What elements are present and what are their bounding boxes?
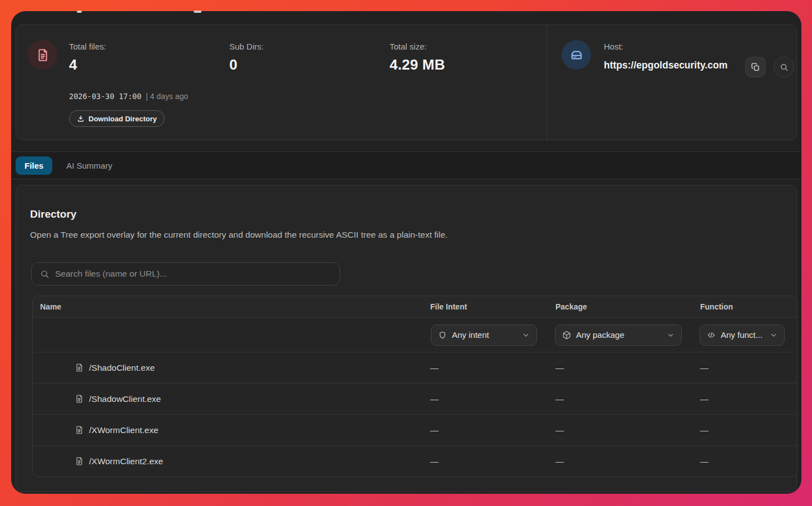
file-search [31, 262, 340, 286]
file-intent-value: — [423, 425, 548, 435]
package-value: — [548, 425, 693, 435]
host-badge [562, 40, 591, 70]
chevron-down-icon [522, 331, 530, 339]
column-header-file-intent: File Intent [423, 302, 548, 311]
file-stats-badge [28, 40, 57, 70]
filter-package-dropdown[interactable]: Any package [555, 325, 682, 346]
filter-function-label: Any funct... [721, 330, 762, 340]
stat-total-size-label: Total size: [390, 42, 445, 51]
file-table: Name File Intent Package Function Any in [32, 296, 798, 477]
tab-files[interactable]: Files [16, 156, 52, 175]
package-value: — [548, 394, 693, 404]
table-row[interactable]: /ShadowClient.exe — — — [33, 383, 797, 414]
table-row[interactable]: /XWormClient.exe — — — [33, 414, 797, 445]
column-header-package: Package [548, 302, 693, 311]
filter-intent-dropdown[interactable]: Any intent [431, 325, 537, 346]
chevron-down-icon [770, 331, 777, 339]
shield-icon [438, 331, 447, 340]
download-directory-button[interactable]: Download Directory [69, 110, 165, 127]
download-directory-label: Download Directory [88, 115, 157, 123]
search-icon [40, 269, 50, 279]
host-section: Host: https://epgoldsecurity.com [547, 25, 797, 140]
table-filter-row: Any intent Any pa [33, 317, 797, 352]
host-lookup-button[interactable] [774, 57, 794, 77]
download-icon [77, 115, 85, 122]
column-header-name: Name [33, 302, 423, 311]
directory-description: Open a Tree export overlay for the curre… [30, 230, 447, 240]
filter-intent-label: Any intent [452, 330, 489, 340]
filter-package-label: Any package [576, 330, 624, 340]
file-intent-value: — [423, 456, 548, 466]
file-icon [75, 394, 84, 404]
copy-host-button[interactable] [745, 57, 766, 77]
column-header-function: Function [693, 302, 797, 311]
document-icon [36, 48, 50, 62]
scan-date-row: 2026-03-30 17:00 | 4 days ago [69, 92, 188, 101]
filter-function-dropdown[interactable]: Any funct... [700, 325, 785, 346]
file-name: /XWormClient2.exe [89, 456, 163, 466]
file-intent-value: — [423, 394, 548, 404]
file-intent-value: — [423, 363, 548, 372]
file-icon [75, 456, 84, 466]
search-icon [780, 63, 789, 72]
chevron-down-icon [667, 331, 675, 339]
function-value: — [693, 456, 797, 466]
package-icon [562, 331, 571, 340]
cropped-title-fragment [194, 11, 201, 13]
stat-total-files-label: Total files: [69, 42, 106, 51]
host-label: Host: [604, 42, 623, 51]
package-value: — [548, 363, 693, 372]
stat-total-size: Total size: 4.29 MB [390, 42, 445, 73]
host-url: https://epgoldsecurity.com [604, 60, 727, 71]
file-search-input[interactable] [55, 269, 331, 279]
file-name: /ShadoClient.exe [89, 363, 155, 373]
directory-title: Directory [30, 208, 76, 220]
stat-sub-dirs-label: Sub Dirs: [229, 42, 264, 51]
stat-total-size-value: 4.29 MB [390, 56, 445, 73]
scan-timestamp: 2026-03-30 17:00 [69, 92, 141, 101]
table-row[interactable]: /ShadoClient.exe — — — [33, 352, 797, 383]
file-icon [75, 363, 84, 372]
table-header-row: Name File Intent Package Function [33, 296, 797, 317]
cropped-title-fragment [77, 11, 82, 13]
copy-icon [751, 62, 760, 72]
app-panel: Total files: 4 Sub Dirs: 0 Total size: 4… [11, 11, 801, 494]
file-icon [75, 425, 84, 435]
scan-age: | 4 days ago [146, 92, 188, 101]
file-name: /XWormClient.exe [89, 425, 159, 435]
stat-total-files-value: 4 [69, 56, 106, 73]
function-value: — [693, 425, 797, 435]
function-value: — [693, 394, 797, 404]
tab-bar: Files AI Summary [11, 151, 801, 179]
stat-sub-dirs-value: 0 [229, 56, 264, 73]
code-icon [707, 331, 716, 340]
table-row[interactable]: /XWormClient2.exe — — — [33, 445, 797, 476]
stat-sub-dirs: Sub Dirs: 0 [229, 42, 264, 73]
hard-drive-icon [569, 47, 584, 63]
package-value: — [548, 456, 693, 466]
function-value: — [693, 363, 797, 372]
stat-total-files: Total files: 4 [69, 42, 106, 73]
tab-ai-summary[interactable]: AI Summary [64, 156, 115, 175]
file-name: /ShadowClient.exe [89, 394, 161, 404]
directory-stats-card: Total files: 4 Sub Dirs: 0 Total size: 4… [16, 24, 797, 140]
directory-card: Directory Open a Tree export overlay for… [16, 185, 797, 492]
